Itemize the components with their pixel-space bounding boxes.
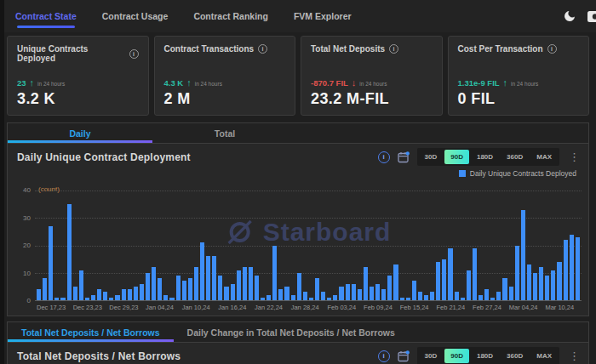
bar[interactable] bbox=[442, 259, 446, 300]
bar[interactable] bbox=[212, 256, 216, 300]
info-icon[interactable] bbox=[258, 44, 267, 54]
bar[interactable] bbox=[103, 292, 107, 300]
bar[interactable] bbox=[188, 278, 192, 300]
bar[interactable] bbox=[194, 267, 198, 300]
bar[interactable] bbox=[496, 292, 501, 300]
bar[interactable] bbox=[85, 298, 89, 300]
tab-total-net-deposits[interactable]: Total Net Deposits / Net Borrows bbox=[8, 322, 174, 342]
bar[interactable] bbox=[224, 287, 228, 300]
calendar-icon[interactable] bbox=[398, 350, 410, 362]
bar[interactable] bbox=[479, 295, 483, 300]
bar[interactable] bbox=[461, 298, 465, 300]
nav-tab-contract-ranking[interactable]: Contract Ranking bbox=[192, 6, 270, 26]
bar[interactable] bbox=[467, 270, 471, 300]
info-icon[interactable] bbox=[378, 350, 390, 362]
bar[interactable] bbox=[54, 298, 59, 300]
bar[interactable] bbox=[576, 237, 580, 300]
kebab-menu-icon[interactable]: ⋮ bbox=[567, 151, 582, 162]
bar[interactable] bbox=[321, 292, 325, 300]
bar[interactable] bbox=[218, 276, 222, 300]
camera-icon[interactable] bbox=[587, 10, 596, 22]
bar[interactable] bbox=[393, 264, 398, 300]
tab-daily-change-net-deposits[interactable]: Daily Change in Total Net Deposits / Net… bbox=[174, 322, 409, 342]
bar[interactable] bbox=[473, 248, 477, 300]
bar[interactable] bbox=[564, 240, 568, 300]
bar[interactable] bbox=[418, 292, 422, 300]
bar[interactable] bbox=[49, 226, 53, 300]
bar[interactable] bbox=[406, 298, 410, 300]
nav-tab-fvm-explorer[interactable]: FVM Explorer bbox=[292, 6, 353, 26]
bar[interactable] bbox=[346, 284, 350, 300]
bar[interactable] bbox=[315, 278, 319, 300]
bar[interactable] bbox=[97, 289, 101, 300]
bar[interactable] bbox=[43, 278, 47, 300]
bar[interactable] bbox=[163, 295, 168, 300]
range-button-90d[interactable]: 90D bbox=[444, 150, 469, 164]
bar[interactable] bbox=[527, 264, 531, 300]
bar[interactable] bbox=[303, 292, 307, 300]
bar[interactable] bbox=[146, 273, 150, 300]
bar[interactable] bbox=[370, 287, 374, 300]
bar[interactable] bbox=[73, 287, 77, 300]
bar[interactable] bbox=[291, 295, 295, 300]
bar[interactable] bbox=[122, 289, 126, 300]
range-button-180d[interactable]: 180D bbox=[471, 150, 499, 164]
bar[interactable] bbox=[352, 284, 356, 300]
bar[interactable] bbox=[484, 289, 489, 300]
range-button-30d[interactable]: 30D bbox=[419, 150, 444, 164]
bar[interactable] bbox=[278, 289, 283, 300]
bar[interactable] bbox=[327, 298, 331, 300]
range-button-30d[interactable]: 30D bbox=[419, 349, 444, 363]
bar[interactable] bbox=[521, 210, 525, 300]
bar[interactable] bbox=[387, 276, 392, 300]
bar[interactable] bbox=[200, 242, 204, 300]
bar[interactable] bbox=[158, 278, 162, 300]
info-icon[interactable] bbox=[378, 151, 390, 163]
bar[interactable] bbox=[455, 292, 459, 300]
bar[interactable] bbox=[339, 287, 343, 300]
bar[interactable] bbox=[557, 262, 561, 300]
bar[interactable] bbox=[261, 298, 265, 300]
bar[interactable] bbox=[109, 298, 113, 300]
bar[interactable] bbox=[231, 284, 235, 300]
bar[interactable] bbox=[533, 273, 537, 300]
bar[interactable] bbox=[272, 246, 277, 301]
bar[interactable] bbox=[37, 289, 41, 300]
bar[interactable] bbox=[551, 270, 555, 300]
bar[interactable] bbox=[515, 246, 519, 301]
bar[interactable] bbox=[237, 270, 241, 300]
bar[interactable] bbox=[249, 267, 253, 300]
bar[interactable] bbox=[448, 248, 452, 300]
info-icon[interactable] bbox=[389, 44, 398, 54]
bar[interactable] bbox=[490, 298, 495, 300]
bar[interactable] bbox=[255, 276, 259, 300]
range-button-360d[interactable]: 360D bbox=[501, 349, 529, 363]
bar[interactable] bbox=[60, 298, 65, 300]
range-button-max[interactable]: MAX bbox=[530, 349, 558, 363]
bar[interactable] bbox=[206, 256, 210, 300]
bar[interactable] bbox=[134, 287, 138, 300]
bar[interactable] bbox=[375, 284, 380, 300]
bar[interactable] bbox=[333, 295, 337, 300]
bar[interactable] bbox=[91, 295, 95, 300]
bar[interactable] bbox=[169, 298, 174, 300]
bar[interactable] bbox=[502, 278, 507, 300]
bar[interactable] bbox=[539, 267, 543, 300]
calendar-icon[interactable] bbox=[398, 151, 410, 163]
bar[interactable] bbox=[436, 262, 440, 300]
bar[interactable] bbox=[570, 235, 574, 300]
bar[interactable] bbox=[79, 270, 83, 300]
range-button-90d[interactable]: 90D bbox=[444, 349, 469, 363]
tab-daily[interactable]: Daily bbox=[8, 123, 152, 143]
tab-total[interactable]: Total bbox=[152, 123, 297, 143]
bar[interactable] bbox=[430, 292, 434, 300]
bar[interactable] bbox=[182, 281, 186, 300]
bar[interactable] bbox=[358, 289, 362, 300]
kebab-menu-icon[interactable]: ⋮ bbox=[567, 350, 582, 361]
bar[interactable] bbox=[545, 276, 549, 300]
info-icon[interactable] bbox=[547, 44, 557, 54]
range-button-max[interactable]: MAX bbox=[530, 150, 558, 164]
nav-tab-contract-state[interactable]: Contract State bbox=[14, 6, 78, 26]
bar[interactable] bbox=[67, 204, 72, 300]
bar[interactable] bbox=[266, 295, 271, 300]
